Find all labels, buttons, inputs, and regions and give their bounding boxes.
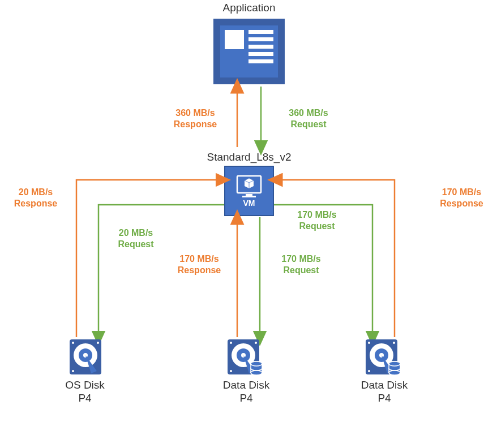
svg-point-31 xyxy=(393,342,395,344)
flow-value: 170 MB/s xyxy=(442,187,481,197)
svg-point-12 xyxy=(72,342,74,344)
svg-point-30 xyxy=(368,342,370,344)
application-icon xyxy=(220,25,278,77)
vm-caption: VM xyxy=(243,199,255,208)
os-request-label: 20 MB/s Request xyxy=(105,227,167,250)
flow-type: Response xyxy=(178,265,221,275)
flow-value: 360 MB/s xyxy=(175,108,215,118)
data-disk-1-label: Data Disk P4 xyxy=(209,379,283,405)
d2-request-label: 170 MB/s Request xyxy=(283,209,351,232)
d1-response-label: 170 MB/s Response xyxy=(165,253,233,276)
flow-type: Response xyxy=(440,199,483,208)
app-icon-lines xyxy=(249,30,273,73)
flow-value: 170 MB/s xyxy=(179,254,218,264)
svg-point-25 xyxy=(251,361,262,366)
data-disk-1-node xyxy=(226,338,260,377)
svg-point-21 xyxy=(230,370,232,372)
application-node xyxy=(213,19,285,84)
vm-monitor-icon xyxy=(236,175,262,197)
os-disk-label: OS Disk P4 xyxy=(54,379,116,405)
disk-db-icon xyxy=(365,338,402,377)
d1-request-label: 170 MB/s Request xyxy=(267,253,335,276)
vm-label: Standard_L8s_v2 xyxy=(192,151,306,164)
svg-rect-1 xyxy=(246,194,252,196)
svg-point-24 xyxy=(251,371,262,375)
data-disk-2-node xyxy=(365,338,399,377)
disk-icon xyxy=(68,338,102,377)
svg-point-36 xyxy=(389,361,400,366)
flow-value: 170 MB/s xyxy=(297,210,336,219)
flow-type: Response xyxy=(14,199,57,208)
flow-type: Request xyxy=(299,221,335,231)
flow-value: 360 MB/s xyxy=(289,108,328,118)
os-response-label: 20 MB/s Response xyxy=(5,187,67,209)
d2-response-label: 170 MB/s Response xyxy=(429,187,494,209)
svg-point-20 xyxy=(255,342,257,344)
flow-type: Request xyxy=(118,239,153,249)
application-label: Application xyxy=(192,2,306,15)
flow-type: Request xyxy=(290,119,326,129)
data-disk-2-label: Data Disk P4 xyxy=(348,379,421,405)
svg-point-35 xyxy=(389,371,400,375)
svg-point-32 xyxy=(368,370,370,372)
app-request-label: 360 MB/s Request xyxy=(277,107,340,130)
flow-value: 20 MB/s xyxy=(119,228,153,238)
disk-db-icon xyxy=(226,338,264,377)
app-response-label: 360 MB/s Response xyxy=(164,107,226,130)
app-icon-block xyxy=(225,30,244,49)
flow-value: 20 MB/s xyxy=(19,187,53,197)
flow-type: Response xyxy=(174,119,217,129)
flow-value: 170 MB/s xyxy=(281,254,320,264)
svg-point-13 xyxy=(97,342,99,344)
vm-node: VM xyxy=(224,166,274,216)
svg-point-14 xyxy=(72,370,74,372)
flow-type: Request xyxy=(283,265,319,275)
svg-rect-2 xyxy=(242,196,256,197)
svg-point-19 xyxy=(230,342,232,344)
os-disk-node xyxy=(68,338,102,377)
